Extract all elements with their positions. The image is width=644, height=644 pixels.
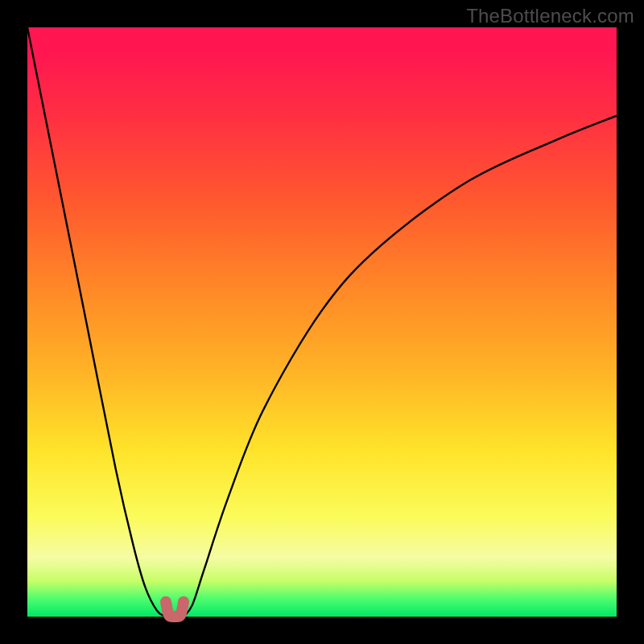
curve-right-branch: [184, 116, 617, 617]
curve-layer: [27, 27, 617, 617]
chart-frame: TheBottleneck.com: [0, 0, 644, 644]
plot-area: [27, 27, 617, 617]
curve-left-branch: [27, 27, 166, 617]
watermark-text: TheBottleneck.com: [466, 5, 634, 27]
valley-marker: [166, 602, 184, 617]
